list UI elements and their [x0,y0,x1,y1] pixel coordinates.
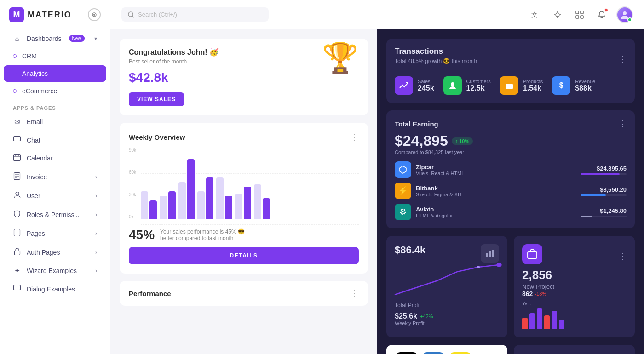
weekly-menu-icon[interactable]: ⋮ [351,132,359,142]
svg-point-27 [623,11,627,15]
chevron-right-icon: › [95,193,97,199]
new-badge: New [69,35,85,42]
brightness-icon[interactable] [550,7,565,22]
sidebar-item-analytics[interactable]: Analytics [4,65,106,82]
earning-bitbank: ⚡ BitbankSketch, Figma & XD $8,650.20 [395,183,627,199]
performance-menu-icon[interactable]: ⋮ [351,288,359,298]
svg-rect-33 [492,250,494,257]
stat-sales: Sales245k [395,76,434,95]
svg-rect-2 [14,137,21,141]
sidebar-item-label: Wizard Examples [27,267,77,274]
sidebar-item-dashboards[interactable]: ⌂ Dashboards New ▾ [4,30,106,47]
sidebar-item-calendar[interactable]: Calendar [4,149,106,167]
sidebar: M MATERIO ⌂ Dashboards New ▾ CRM Analyti… [0,0,110,354]
sidebar-item-invoice[interactable]: Invoice › [4,168,106,186]
bell-icon[interactable] [594,7,609,22]
calendar-icon [13,154,21,162]
sidebar-item-label: eCommerce [22,87,57,95]
chevron-right-icon: › [95,211,97,218]
earning-zipcar: ZipcarVuejs, React & HTML $24,895.65 [395,161,627,178]
svg-rect-29 [506,84,513,89]
nextjs-logo: N [396,352,418,354]
sidebar-item-label: Email [27,118,43,126]
project-menu-icon[interactable]: ⋮ [618,251,627,261]
sidebar-item-roles[interactable]: Roles & Permissi... › [4,206,106,223]
chevron-right-icon: › [95,268,97,274]
sidebar-item-dialog[interactable]: Dialog Examples [4,280,106,297]
main-content: Congratulations John! 🥳 Best seller of t… [110,29,644,354]
transactions-menu-icon[interactable]: ⋮ [618,54,627,64]
sidebar-item-label: Dashboards [27,35,62,42]
view-sales-button[interactable]: VIEW SALES [129,92,184,106]
earning-amount: $24,895 ↑ 10% [395,132,627,149]
weekly-percent: 45% [129,228,155,242]
earning-title: Total Earning [395,120,438,128]
earning-card: Total Earning ⋮ $24,895 ↑ 10% Compared t… [386,110,635,228]
svg-point-35 [477,266,480,268]
svg-text:文: 文 [531,11,538,18]
topbar: Search (Ctrl+/) 文 [110,0,644,29]
products-icon [500,76,518,95]
typescript-logo: TS [422,352,444,354]
logo-area: M MATERIO [0,0,110,29]
svg-marker-30 [399,166,407,173]
online-dot [627,17,632,22]
logo-icon: M [9,7,24,22]
avatar[interactable] [616,6,633,23]
sidebar-item-label: Analytics [22,70,48,77]
zipcar-logo [395,161,411,178]
year-label: Ye... [522,301,627,306]
figma-logo [476,352,498,354]
record-icon[interactable] [88,8,101,21]
project-neg-badge: -18% [535,291,546,297]
weekly-overview-card: Weekly Overview ⋮ 90k60k30k0k [120,123,368,274]
left-panel: Congratulations John! 🥳 Best seller of t… [110,29,377,354]
svg-point-28 [451,82,454,86]
performance-title: Performance [129,290,171,297]
javascript-logo: JS [449,352,472,354]
chevron-down-icon: ▾ [94,35,97,42]
home-icon: ⌂ [13,34,21,42]
bottom-cards-grid: $86.4k Total Profit [386,236,635,337]
sidebar-item-wizard[interactable]: ✦ Wizard Examples › [4,262,106,280]
sidebar-item-label: Pages [27,230,45,237]
invoice-icon [13,172,21,181]
lock-icon [13,248,21,257]
trophy-icon: 🏆 [322,43,359,73]
earning-menu-icon[interactable]: ⋮ [618,119,627,129]
sidebar-item-chat[interactable]: Chat [4,131,106,148]
weekly-desc: Your sales performance is 45% 😎better co… [160,228,245,241]
sales-icon [395,76,413,95]
transactions-stats: Sales245k Customers12.5k Products1.54k [395,76,627,95]
new-project-card: ⋮ 2,856 New Project 862 -18% Ye... [514,236,635,337]
weekly-profit-label: Weekly Profit [395,320,499,326]
sidebar-item-crm[interactable]: CRM [4,48,106,64]
mini-bar-chart [522,306,627,329]
svg-point-1 [93,14,95,16]
sidebar-item-auth[interactable]: Auth Pages › [4,243,106,261]
right-panel: Transactions Total 48.5% growth 😎 this m… [377,29,644,354]
sidebar-item-ecommerce[interactable]: eCommerce [4,83,106,99]
sidebar-item-label: Chat [27,137,40,144]
svg-line-16 [132,16,134,17]
stat-revenue: $ Revenue$88k [552,76,595,95]
sidebar-item-pages[interactable]: Pages › [4,224,106,242]
topbar-right: 文 [528,6,633,23]
weekly-profit-value: $25.6k [395,312,417,320]
bar-chart [141,148,359,221]
tech-withdraw-row: N TS JS Withdraw View All [386,345,635,354]
profit-line-chart [395,263,499,299]
dialog-icon [13,285,21,293]
details-button[interactable]: DETAILS [129,247,359,264]
sidebar-item-label: Roles & Permissi... [27,211,81,218]
sidebar-item-label: Auth Pages [27,249,60,256]
translate-icon[interactable]: 文 [528,7,543,22]
search-box[interactable]: Search (Ctrl+/) [121,7,269,22]
profit-big-value: $86.4k [395,244,426,256]
sidebar-item-email[interactable]: ✉ Email [4,113,106,131]
stat-customers: Customers12.5k [443,76,491,95]
profit-footer: Total Profit $25.6k +42% Weekly Profit [395,302,499,326]
grid-icon[interactable] [572,7,587,22]
sidebar-item-user[interactable]: User › [4,187,106,205]
dot-icon [13,89,17,93]
